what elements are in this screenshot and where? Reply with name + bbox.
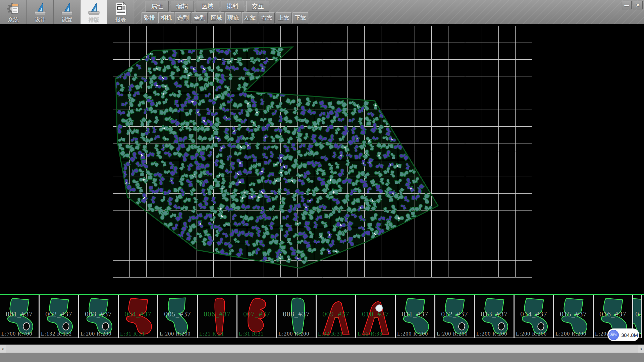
app-tab-label: 设计 bbox=[35, 16, 46, 23]
thumbnail-cell-11[interactable]: 011_#37L:200 R:200 bbox=[396, 295, 435, 338]
tool-button-1[interactable]: 聚排 bbox=[142, 12, 157, 23]
piece-count-label: L:32 R:31 bbox=[318, 331, 343, 337]
tool-button-6[interactable]: 瑕疵 bbox=[225, 12, 241, 23]
thumbnail-strip: 001_#37L:700 R:700002_#37L:132 R:132003_… bbox=[0, 294, 644, 345]
memory-value: 384.8M bbox=[621, 332, 638, 338]
status-bar bbox=[0, 353, 644, 362]
app-tab-5[interactable]: 报表 bbox=[107, 0, 134, 24]
thumbnail-cell-10[interactable]: 010_#37L:33 R:33 bbox=[356, 295, 396, 338]
app-tab-label: 设置 bbox=[62, 16, 72, 23]
piece-count-label: L:132 R:132 bbox=[41, 331, 72, 337]
piece-count-label: L:200 R:200 bbox=[160, 331, 191, 337]
piece-id-label: 013_#37 bbox=[475, 310, 514, 318]
tool-button-7[interactable]: 左靠 bbox=[242, 12, 258, 23]
tool-button-3[interactable]: 选割 bbox=[175, 12, 191, 23]
piece-id-label: 009_#37 bbox=[317, 310, 355, 318]
piece-count-label: L:33 R:33 bbox=[358, 331, 382, 337]
window-controls: — ✕ bbox=[622, 1, 643, 9]
piece-count-label: L:31 R:31 bbox=[120, 331, 145, 337]
app-tab-4[interactable]: 排版 bbox=[80, 0, 107, 24]
thumbnail-cell-9[interactable]: 009_#37L:32 R:31 bbox=[317, 295, 356, 338]
nesting-app-window: 系统设计设置排版报表 属性编辑区域排料交互 聚排相机选割全割区域瑕疵左靠右靠上靠… bbox=[0, 0, 644, 362]
close-button[interactable]: ✕ bbox=[633, 1, 643, 9]
piece-id-label: 010_#37 bbox=[356, 310, 395, 318]
piece-count-label: L:31 R:31 bbox=[239, 331, 264, 337]
app-tab-label: 排版 bbox=[89, 16, 99, 23]
tool-button-9[interactable]: 上靠 bbox=[276, 12, 291, 23]
thumbnail-cell-3[interactable]: 003_#37L:200 R:200 bbox=[79, 295, 119, 338]
tool-button-2[interactable]: 相机 bbox=[158, 12, 174, 23]
piece-count-label: L:200 R:200 bbox=[476, 331, 507, 337]
horizontal-scrollbar[interactable]: ‹ › bbox=[0, 345, 644, 353]
menu-bar: 属性编辑区域排料交互 bbox=[146, 1, 271, 12]
piece-id-label: 014_#37 bbox=[515, 310, 553, 318]
ruler-icon bbox=[87, 1, 101, 16]
piece-count-label: L:21 R:21 bbox=[199, 331, 224, 337]
piece-id-label: 007_#37 bbox=[237, 310, 276, 318]
thumbnail-cell-15[interactable]: 015_#37L:200 R:200 bbox=[554, 295, 594, 338]
ruler-icon bbox=[33, 1, 48, 16]
thumbnail-cell-4[interactable]: 004_#37L:31 R:31 bbox=[119, 295, 158, 338]
thumbnail-cell-6[interactable]: 006_#37L:21 R:21 bbox=[198, 295, 237, 338]
scroll-right-arrow-icon[interactable]: › bbox=[638, 345, 644, 353]
piece-id-label: 003_#37 bbox=[79, 310, 118, 318]
thumbnail-cell-12[interactable]: 012_#37L:200 R:200 bbox=[435, 295, 475, 338]
piece-count-label: L:200 R:200 bbox=[397, 331, 428, 337]
tool-button-4[interactable]: 全割 bbox=[192, 12, 208, 23]
app-tab-label: 报表 bbox=[115, 16, 126, 23]
minimize-button[interactable]: — bbox=[622, 1, 632, 9]
nesting-canvas[interactable] bbox=[0, 24, 644, 294]
piece-id-label: 004_#37 bbox=[119, 310, 157, 318]
piece-count-label: L:200 R:200 bbox=[278, 331, 309, 337]
scroll-left-arrow-icon[interactable]: ‹ bbox=[0, 345, 6, 353]
piece-id-label: 016_#37 bbox=[594, 310, 632, 318]
piece-id-label: 006_#37 bbox=[198, 310, 236, 318]
gear-icon bbox=[6, 1, 21, 16]
ruler-icon bbox=[60, 1, 74, 16]
piece-count-label: L:700 R:700 bbox=[1, 331, 32, 337]
header: 系统设计设置排版报表 属性编辑区域排料交互 聚排相机选割全割区域瑕疵左靠右靠上靠… bbox=[0, 0, 644, 24]
tool-button-10[interactable]: 下靠 bbox=[292, 12, 308, 23]
piece-id-label: 011_#37 bbox=[396, 310, 434, 318]
app-tab-bar: 系统设计设置排版报表 bbox=[0, 0, 134, 24]
piece-count-label: L:200 R:200 bbox=[516, 331, 547, 337]
thumbnail-cell-7[interactable]: 007_#37L:31 R:31 bbox=[237, 295, 277, 338]
report-icon bbox=[113, 1, 128, 16]
menu-item-4[interactable]: 排料 bbox=[221, 1, 244, 12]
piece-id-label: 0 bbox=[633, 310, 641, 318]
memory-percent-circle: 38% bbox=[608, 330, 619, 340]
piece-id-label: 008_#37 bbox=[277, 310, 316, 318]
piece-id-label: 015_#37 bbox=[554, 310, 593, 318]
app-tab-1[interactable]: 系统 bbox=[0, 0, 27, 24]
thumbnail-cell-2[interactable]: 002_#37L:132 R:132 bbox=[40, 295, 79, 338]
menu-item-2[interactable]: 编辑 bbox=[171, 1, 194, 12]
menu-item-5[interactable]: 交互 bbox=[246, 1, 269, 12]
toolbar: 聚排相机选割全割区域瑕疵左靠右靠上靠下靠 bbox=[142, 12, 309, 24]
app-tab-3[interactable]: 设置 bbox=[54, 0, 80, 24]
piece-count-label: L:200 R:200 bbox=[555, 331, 586, 337]
memory-badge: 38% 384.8M bbox=[607, 328, 639, 341]
tool-button-5[interactable]: 区域 bbox=[209, 12, 224, 23]
thumbnail-cell-14[interactable]: 014_#37L:200 R:200 bbox=[515, 295, 554, 338]
tool-button-8[interactable]: 右靠 bbox=[259, 12, 275, 23]
piece-id-label: 001_#37 bbox=[0, 310, 39, 318]
menu-item-3[interactable]: 区域 bbox=[196, 1, 219, 12]
thumbnail-cell-8[interactable]: 008_#37L:200 R:200 bbox=[277, 295, 317, 338]
piece-id-label: 002_#37 bbox=[40, 310, 78, 318]
app-tab-2[interactable]: 设计 bbox=[27, 0, 54, 24]
piece-count-label: L:200 R:200 bbox=[437, 331, 468, 337]
thumbnail-cell-1[interactable]: 001_#37L:700 R:700 bbox=[0, 295, 40, 338]
thumbnail-cell-5[interactable]: 005_#37L:200 R:200 bbox=[158, 295, 198, 338]
thumbnail-cell-13[interactable]: 013_#37L:200 R:200 bbox=[475, 295, 515, 338]
piece-count-label: L:200 R:200 bbox=[80, 331, 111, 337]
piece-id-label: 005_#37 bbox=[158, 310, 197, 318]
thumbnail-list: 001_#37L:700 R:700002_#37L:132 R:132003_… bbox=[0, 295, 642, 338]
menu-item-1[interactable]: 属性 bbox=[146, 1, 169, 12]
piece-id-label: 012_#37 bbox=[435, 310, 474, 318]
app-tab-label: 系统 bbox=[8, 16, 19, 23]
